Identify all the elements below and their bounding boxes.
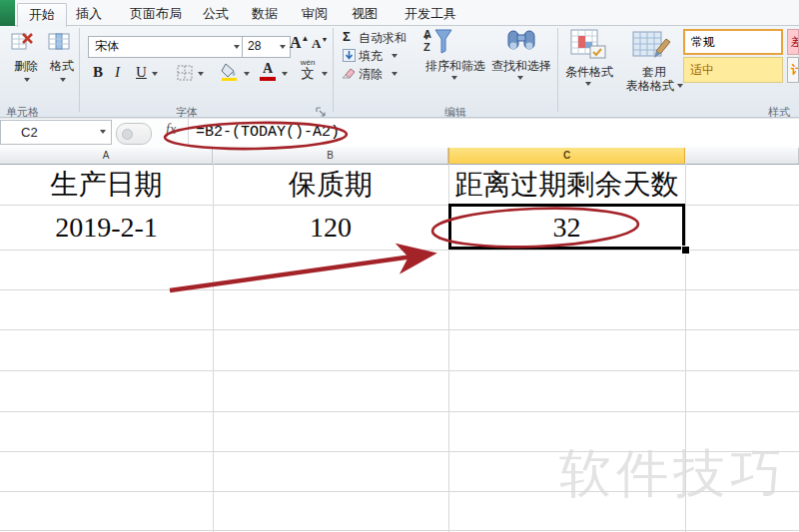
formula-text[interactable]: =B2-(TODAY()-A2) [196, 124, 340, 141]
column-header-b[interactable]: B [213, 148, 448, 164]
formula-bar-buttons-pill[interactable] [116, 123, 152, 145]
cell-b2[interactable]: 120 [213, 205, 448, 250]
tab-data[interactable]: 数据 [244, 3, 286, 25]
font-size-combo[interactable]: 28 [242, 36, 291, 58]
underline-button[interactable]: U [136, 64, 147, 81]
styles-group-label: 样式 [759, 106, 799, 118]
font-size-value: 28 [248, 39, 261, 53]
find-select-icon[interactable] [503, 26, 539, 56]
font-size-dropdown-icon[interactable] [280, 45, 286, 49]
find-select-button[interactable]: 查找和选择 [485, 58, 557, 75]
tab-home[interactable]: 开始 [17, 3, 67, 27]
shrink-font-button[interactable]: A▼ [312, 36, 328, 52]
group-divider [557, 28, 558, 112]
column-header-c[interactable]: C [448, 148, 685, 164]
cell-style-bad[interactable]: 差 [787, 29, 799, 55]
fill-color-icon[interactable] [220, 62, 240, 82]
phonetic-dropdown-icon[interactable] [322, 72, 328, 76]
delete-button[interactable]: 删除 [6, 58, 46, 75]
clear-eraser-icon[interactable] [342, 66, 356, 80]
format-as-table-icon[interactable] [631, 28, 673, 62]
font-name-value: 宋体 [95, 39, 119, 53]
file-tab-icon[interactable] [0, 0, 15, 26]
editing-group-label: 编辑 [419, 106, 491, 118]
italic-button[interactable]: I [115, 64, 120, 81]
borders-icon[interactable] [176, 64, 194, 82]
format-cells-icon[interactable] [46, 30, 72, 54]
font-color-dropdown-icon[interactable] [282, 72, 288, 76]
tab-review[interactable]: 审阅 [294, 3, 336, 25]
column-header-a[interactable]: A [0, 148, 213, 164]
underline-dropdown-icon[interactable] [152, 72, 158, 76]
ribbon: 删除 格式 单元格 宋体 28 A▲ A▼ B I U [0, 26, 799, 118]
excel-window: 开始 插入 页面布局 公式 数据 审阅 视图 开发工具 删除 格式 [0, 0, 799, 532]
grow-font-button[interactable]: A▲ [290, 34, 309, 52]
tab-formulas[interactable]: 公式 [196, 3, 236, 25]
phonetic-guide-icon[interactable]: wén 文 [298, 59, 318, 80]
sort-filter-icon[interactable]: A Z [421, 26, 453, 56]
conditional-formatting-dropdown-icon[interactable] [585, 82, 591, 86]
fill-button[interactable]: 填充 [359, 48, 383, 65]
delete-dropdown-icon[interactable] [24, 78, 30, 82]
cells-group-label: 单元格 [4, 106, 58, 118]
format-as-table-dropdown-icon[interactable] [677, 84, 683, 88]
format-dropdown-icon[interactable] [60, 78, 66, 82]
name-box-dropdown-icon[interactable] [100, 130, 106, 134]
conditional-formatting-icon[interactable] [569, 28, 609, 62]
format-button[interactable]: 格式 [42, 58, 82, 75]
fill-handle[interactable] [681, 246, 690, 255]
font-name-dropdown-icon[interactable] [234, 45, 240, 49]
tab-page-layout[interactable]: 页面布局 [118, 3, 194, 25]
conditional-formatting-button[interactable]: 条件格式 [561, 64, 617, 81]
clear-button[interactable]: 清除 [359, 66, 383, 83]
sort-filter-dropdown-icon[interactable] [451, 76, 457, 80]
font-group-label: 字体 [150, 106, 224, 118]
cell-a1[interactable]: 生产日期 [0, 164, 213, 205]
name-box[interactable]: C2 [0, 120, 112, 145]
selection-border [448, 204, 685, 250]
cell-style-calculation[interactable]: 计 [787, 57, 799, 83]
font-name-combo[interactable]: 宋体 [88, 36, 246, 58]
format-as-table-button-line2[interactable]: 表格格式 [624, 78, 676, 95]
autosum-button[interactable]: 自动求和 [359, 30, 406, 47]
sort-filter-button[interactable]: 排序和筛选 [419, 58, 491, 75]
insert-function-fx-icon[interactable]: fx [166, 122, 188, 138]
find-select-dropdown-icon[interactable] [517, 76, 523, 80]
tab-view[interactable]: 视图 [344, 3, 386, 25]
fill-dropdown-icon[interactable] [392, 54, 398, 58]
borders-dropdown-icon[interactable] [198, 72, 204, 76]
group-divider [333, 28, 334, 112]
cell-b1[interactable]: 保质期 [213, 164, 448, 205]
tab-insert[interactable]: 插入 [68, 3, 110, 25]
cell-style-neutral[interactable]: 适中 [683, 57, 783, 83]
clear-dropdown-icon[interactable] [392, 72, 398, 76]
autosum-sigma-icon[interactable]: Σ [343, 29, 351, 44]
delete-cells-icon[interactable] [10, 30, 36, 54]
font-color-icon[interactable]: A [260, 62, 276, 81]
cell-style-normal[interactable]: 常规 [683, 29, 783, 55]
svg-text:A: A [423, 28, 431, 40]
fill-down-icon[interactable] [342, 48, 356, 62]
svg-text:Z: Z [423, 41, 430, 53]
cell-a2[interactable]: 2019-2-1 [0, 205, 213, 250]
tab-developer[interactable]: 开发工具 [396, 3, 465, 25]
fill-color-dropdown-icon[interactable] [244, 72, 250, 76]
column-header-d[interactable] [685, 148, 799, 164]
cell-c1[interactable]: 距离过期剩余天数 [448, 164, 685, 205]
bold-button[interactable]: B [93, 64, 103, 81]
